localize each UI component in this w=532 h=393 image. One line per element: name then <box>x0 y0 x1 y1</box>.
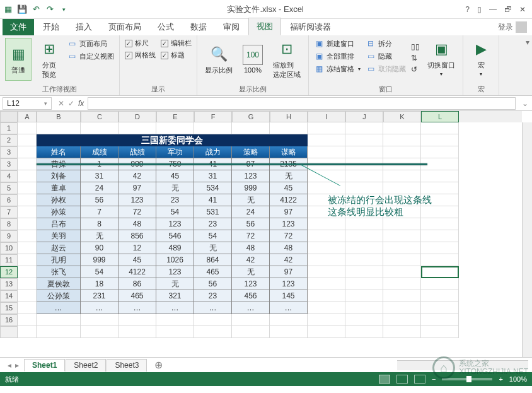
tab-视图[interactable]: 视图 <box>248 18 281 35</box>
sheet-tab[interactable]: Sheet3 <box>107 359 147 372</box>
column-header[interactable]: D <box>119 111 156 122</box>
split-button[interactable]: ⊟拆分 <box>366 38 406 49</box>
macros-button[interactable]: ▶宏▾ <box>468 38 494 78</box>
tab-页面布局[interactable]: 页面布局 <box>101 19 149 35</box>
fx-icon[interactable]: fx <box>78 99 84 108</box>
chk-formulabar[interactable]: ✓编辑栏 <box>161 38 192 49</box>
column-header[interactable]: H <box>270 111 308 122</box>
row-header[interactable]: 7 <box>0 206 18 218</box>
confirm-icon[interactable]: ✓ <box>68 99 74 108</box>
table-row[interactable]: 董卓2497无53499945 <box>37 182 308 194</box>
qat-customize-icon[interactable]: ▾ <box>58 4 69 15</box>
hide-button[interactable]: ▭隐藏 <box>366 50 406 62</box>
vertical-scrollbar[interactable] <box>522 122 532 357</box>
undo-icon[interactable]: ↶ <box>30 4 42 15</box>
table-row[interactable]: 吕布8481232356123 <box>37 218 308 230</box>
tab-公式[interactable]: 公式 <box>150 19 182 35</box>
chk-gridlines[interactable]: ✓网格线 <box>125 50 156 61</box>
row-header[interactable]: 13 <box>0 278 18 290</box>
zoom-to-selection-button[interactable]: ⊡缩放到 选定区域 <box>270 38 303 81</box>
tab-福昕阅读器[interactable]: 福昕阅读器 <box>282 19 338 35</box>
ribbon-options-icon[interactable]: ▯ <box>477 5 482 14</box>
table-row[interactable]: 张飞544122123465无97 <box>37 266 308 278</box>
add-sheet-button[interactable]: ⊕ <box>148 359 169 371</box>
column-header[interactable]: J <box>345 111 383 122</box>
column-header[interactable]: G <box>232 111 270 122</box>
close-icon[interactable]: ✕ <box>519 5 526 14</box>
row-header[interactable] <box>0 326 18 338</box>
row-header[interactable]: 15 <box>0 302 18 314</box>
side-by-side-icon[interactable]: ▯▯ <box>411 42 420 51</box>
switch-windows-button[interactable]: ▣切换窗口▾ <box>425 38 458 78</box>
zoom-100-button[interactable]: 100100% <box>240 38 265 81</box>
column-header[interactable]: E <box>156 111 194 122</box>
table-row[interactable]: ………………… <box>37 302 308 314</box>
restore-icon[interactable]: 🗗 <box>504 5 512 14</box>
table-row[interactable]: 孙策772545312497 <box>37 206 308 218</box>
select-all-corner[interactable] <box>0 111 18 122</box>
expand-formula-icon[interactable]: ⌄ <box>518 99 532 108</box>
tab-数据[interactable]: 数据 <box>183 19 214 35</box>
view-normal-icon[interactable] <box>379 375 390 384</box>
table-row[interactable]: 夏侯敦1886无56123123 <box>37 278 308 290</box>
column-header[interactable]: B <box>37 111 81 122</box>
zoom-button[interactable]: 🔍显示比例 <box>202 38 235 81</box>
row-header[interactable]: 8 <box>0 218 18 230</box>
custom-view-button[interactable]: ▭自定义视图 <box>67 50 114 62</box>
row-header[interactable]: 3 <box>0 158 18 170</box>
row-header[interactable]: 10 <box>0 242 18 254</box>
page-layout-button[interactable]: ▭页面布局 <box>67 38 114 49</box>
sheet-tab[interactable]: Sheet1 <box>24 359 65 372</box>
row-header[interactable]: 5 <box>0 182 18 194</box>
row-header[interactable]: 1 <box>0 122 18 134</box>
login-link[interactable]: 登录 <box>493 19 532 35</box>
row-header[interactable]: 2 <box>0 134 18 146</box>
row-header[interactable]: 9 <box>0 230 18 242</box>
tab-审阅[interactable]: 审阅 <box>216 19 247 35</box>
save-icon[interactable]: 💾 <box>16 4 28 15</box>
chk-headings[interactable]: ✓标题 <box>161 50 192 61</box>
sync-scroll-icon[interactable]: ⇅ <box>411 54 420 62</box>
row-header[interactable]: 11 <box>0 254 18 266</box>
row-header[interactable]: 3 <box>0 146 18 158</box>
view-pagebreak-button[interactable]: ⊞ 分页 预览 <box>37 38 62 81</box>
freeze-panes-button[interactable]: ▦冻结窗格▾ <box>314 63 361 74</box>
table-row[interactable]: 公孙策23146532123456145 <box>37 290 308 302</box>
row-header[interactable]: 16 <box>0 314 18 326</box>
redo-icon[interactable]: ↷ <box>44 4 55 15</box>
table-row[interactable]: 刘备31424531123无 <box>37 170 308 182</box>
row-header[interactable]: 14 <box>0 290 18 302</box>
help-icon[interactable]: ? <box>465 5 470 14</box>
tab-开始[interactable]: 开始 <box>35 19 67 35</box>
tab-插入[interactable]: 插入 <box>68 19 100 35</box>
new-window-button[interactable]: ▣新建窗口 <box>314 38 361 49</box>
reset-pos-icon[interactable]: ↺ <box>411 65 420 74</box>
minimize-icon[interactable]: — <box>489 5 497 14</box>
arrange-button[interactable]: ▣全部重排 <box>314 50 361 62</box>
column-header[interactable]: A <box>18 111 37 122</box>
collapse-ribbon-icon[interactable]: ▾ <box>523 35 532 95</box>
sheet-tab[interactable]: Sheet2 <box>66 359 106 372</box>
view-normal-button[interactable]: ▦ 普通 <box>5 38 32 81</box>
view-layout-icon[interactable] <box>396 375 408 384</box>
table-row[interactable]: 孙权561232341无4122 <box>37 194 308 206</box>
table-row[interactable]: 孔明9994510268644242 <box>37 254 308 266</box>
column-header[interactable]: F <box>194 111 232 122</box>
cancel-icon[interactable]: ✕ <box>58 99 64 108</box>
formula-input[interactable] <box>88 97 516 110</box>
tab-file[interactable]: 文件 <box>3 19 34 35</box>
active-cell[interactable] <box>421 266 459 278</box>
table-row[interactable]: 赵云9012489无4848 <box>37 242 308 254</box>
table-row[interactable]: 关羽无856546547272 <box>37 230 308 242</box>
column-header[interactable]: K <box>383 111 421 122</box>
column-header[interactable]: C <box>81 111 119 122</box>
column-header[interactable]: I <box>308 111 345 122</box>
row-header[interactable]: 6 <box>0 194 18 206</box>
sheet-nav-next-icon[interactable]: ▸ <box>15 361 19 370</box>
name-box[interactable]: L12 ▾ <box>3 97 52 110</box>
unhide-button[interactable]: ▭取消隐藏 <box>366 63 406 74</box>
column-header-active[interactable]: L <box>421 111 459 122</box>
chk-ruler[interactable]: ✓标尺 <box>125 38 156 49</box>
row-header[interactable]: 12 <box>0 266 18 278</box>
view-break-icon[interactable] <box>414 375 425 384</box>
